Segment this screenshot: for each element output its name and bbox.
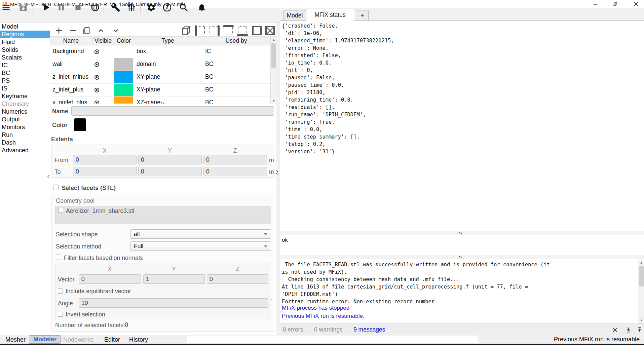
sidebar-item-solids[interactable]: Solids <box>0 46 50 54</box>
duplicate-region-button[interactable] <box>81 25 92 36</box>
to-x-input[interactable]: 0 <box>73 167 137 176</box>
tab-mfix-status[interactable]: MFiX status <box>306 9 354 21</box>
scroll-up-icon[interactable]: ▲ <box>638 260 644 266</box>
sidebar-item-scalars[interactable]: Scalars <box>0 54 50 62</box>
table-scrollbar[interactable]: ▲ ▼ <box>270 37 276 104</box>
run-play-button[interactable] <box>41 2 52 13</box>
region-plane-east-button[interactable] <box>209 25 220 36</box>
add-region-button[interactable] <box>53 25 65 36</box>
scrollbar-thumb[interactable] <box>271 43 276 68</box>
geometry-item-checkbox[interactable] <box>58 208 63 213</box>
column-header-type[interactable]: Type <box>134 37 202 44</box>
geometry-item-label[interactable]: Aerolizer_1mm_share3.stl <box>66 207 134 215</box>
region-color-swatch[interactable] <box>114 58 133 71</box>
filter-normals-checkbox[interactable] <box>56 255 61 260</box>
pause-button[interactable] <box>55 2 67 13</box>
minimize-button[interactable] <box>588 0 603 8</box>
sidebar-item-model[interactable]: Model <box>0 23 50 31</box>
vector-y-input[interactable]: 1 <box>143 274 205 284</box>
visibility-eye-icon[interactable] <box>94 101 99 104</box>
move-region-down-button[interactable] <box>110 25 121 36</box>
sidebar-item-bc[interactable]: BC <box>0 69 50 77</box>
region-plane-west-button[interactable] <box>194 25 206 36</box>
sidebar-item-advanced[interactable]: Advanced <box>0 147 50 154</box>
column-header-name[interactable]: Name <box>50 37 92 44</box>
restore-button[interactable] <box>607 0 622 8</box>
scrollbar-thumb[interactable] <box>639 266 644 286</box>
table-row-background[interactable]: Background box IC <box>50 45 270 58</box>
from-x-input[interactable]: 0 <box>73 155 137 164</box>
scroll-down-icon[interactable]: ▼ <box>271 98 276 104</box>
notifications-button[interactable] <box>196 2 207 13</box>
sidebar-item-is[interactable]: IS <box>0 85 50 92</box>
column-header-used-by[interactable]: Used by <box>202 37 270 44</box>
region-name-input[interactable] <box>71 106 274 116</box>
console-scrollbar[interactable]: ▲ ▼ <box>638 260 644 323</box>
equilibrant-checkbox[interactable] <box>58 289 63 294</box>
status-ok-splitter-handle[interactable]: ∧∨ <box>458 231 462 235</box>
mode-modeler-active[interactable]: Modeler <box>29 335 61 344</box>
console-resumable-message[interactable]: Previous MFiX run is resumable. <box>282 313 365 319</box>
table-row-z-inlet-minus[interactable]: z_inlet_minus XY-plane BC <box>50 71 270 84</box>
panel-splitter-handle[interactable]: ∧∨ <box>275 170 279 175</box>
selection-method-dropdown[interactable]: Full <box>130 241 271 251</box>
build-button[interactable] <box>110 2 121 13</box>
region-color-swatch[interactable] <box>114 97 133 104</box>
search-button[interactable] <box>178 2 189 13</box>
scroll-to-bottom-button[interactable] <box>625 326 632 334</box>
remove-region-button[interactable] <box>67 25 79 36</box>
column-header-color[interactable]: Color <box>114 37 134 44</box>
close-button[interactable] <box>629 0 643 8</box>
sidebar-item-regions[interactable]: Regions <box>0 31 50 38</box>
scroll-to-top-button[interactable] <box>636 326 643 334</box>
warnings-count[interactable]: 0 warnings <box>314 326 343 333</box>
sidebar-item-output[interactable]: Output <box>0 116 50 123</box>
sidebar-item-fluid[interactable]: Fluid <box>0 38 50 46</box>
geometry-pool-list[interactable]: Aerolizer_1mm_share3.stl <box>55 206 271 224</box>
vector-z-input[interactable]: 0 <box>207 274 268 284</box>
scroll-down-icon[interactable]: ▼ <box>638 317 644 323</box>
sidebar-item-dash[interactable]: Dash <box>0 139 50 147</box>
region-color-button[interactable] <box>74 118 86 131</box>
sidebar-item-run[interactable]: Run <box>0 131 50 139</box>
region-color-swatch[interactable] <box>114 84 133 96</box>
to-y-input[interactable]: 0 <box>138 167 202 176</box>
region-box-shape-button[interactable] <box>180 25 192 36</box>
menu-button[interactable] <box>0 2 12 13</box>
sidebar-item-ic[interactable]: IC <box>0 62 50 69</box>
clear-console-button[interactable] <box>611 326 619 334</box>
column-header-visible[interactable]: Visible <box>92 37 114 44</box>
angle-input[interactable]: 10 <box>79 298 268 308</box>
tab-model[interactable]: Model <box>283 10 306 21</box>
panel-splitter[interactable] <box>276 23 280 335</box>
from-z-input[interactable]: 0 <box>203 155 267 164</box>
from-y-input[interactable]: 0 <box>138 155 202 164</box>
visibility-eye-icon[interactable] <box>94 49 99 54</box>
to-z-input[interactable]: 0 <box>203 167 267 176</box>
visibility-eye-icon[interactable] <box>94 75 99 80</box>
select-facets-checkbox[interactable] <box>53 185 59 190</box>
messages-count[interactable]: 9 messages <box>353 326 385 333</box>
region-plane-top-button[interactable] <box>223 25 234 36</box>
selection-shape-dropdown[interactable]: all <box>130 229 271 239</box>
sidebar-item-ps[interactable]: PS <box>0 77 50 85</box>
region-color-swatch[interactable] <box>114 71 133 83</box>
console-stopped-message[interactable]: MFiX process has stopped <box>282 305 349 311</box>
region-plane-bottom-button[interactable] <box>237 25 248 36</box>
stop-button[interactable] <box>72 2 84 13</box>
scroll-up-icon[interactable]: ▲ <box>271 37 276 43</box>
visibility-eye-icon[interactable] <box>94 62 99 67</box>
mode-mesher[interactable]: Mesher <box>5 336 26 343</box>
table-row-wall[interactable]: wall domain BC <box>50 58 270 71</box>
settings-button[interactable] <box>146 2 157 13</box>
move-region-up-button[interactable] <box>95 25 107 36</box>
reset-button[interactable] <box>89 2 101 13</box>
visibility-eye-icon[interactable] <box>94 88 99 92</box>
help-button[interactable]: ? <box>161 2 173 13</box>
sidebar-item-monitors[interactable]: Monitors <box>0 123 50 131</box>
sidebar-item-numerics[interactable]: Numerics <box>0 108 50 116</box>
save-button[interactable] <box>17 2 29 13</box>
vector-x-input[interactable]: 0 <box>79 274 141 284</box>
region-stl-button[interactable] <box>264 25 276 36</box>
sidebar-item-keyframe[interactable]: Keyframe <box>0 92 50 100</box>
